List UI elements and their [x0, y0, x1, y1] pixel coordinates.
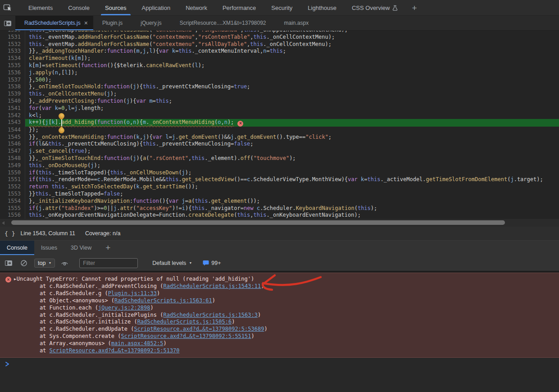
code-line[interactable]: 1547j.set_cancel(true); [0, 148, 559, 155]
line-number[interactable]: 1531 [0, 34, 25, 41]
code-line[interactable]: 1556this._onKeyboardEventNavigationDeleg… [0, 212, 559, 219]
create-live-expression-button[interactable] [59, 257, 70, 269]
console-filter-input[interactable] [79, 258, 138, 268]
line-number[interactable]: 1535 [0, 62, 25, 69]
code-line[interactable]: 1544}); [0, 127, 559, 134]
main-tab-console[interactable]: Console [60, 0, 97, 15]
stack-frame-link[interactable]: main.aspx:4852:5 [111, 340, 164, 346]
stack-frame-link[interactable]: RadSchedulerScripts.js:1563:3 [163, 312, 258, 318]
horizontal-scrollbar[interactable] [0, 219, 559, 227]
code-line[interactable]: 1540},_addPreventClosing:function(j){var… [0, 98, 559, 105]
line-number[interactable]: 1540 [0, 98, 25, 105]
clear-console-button[interactable] [18, 257, 30, 269]
file-tab-jquery-js[interactable]: jQuery.js [132, 16, 170, 30]
code-line[interactable]: 1539this._onCellContextMenu(j); [0, 91, 559, 98]
toggle-navigator-button[interactable] [0, 16, 15, 31]
more-panels-button[interactable]: + [405, 4, 423, 12]
scrollbar-thumb[interactable] [11, 220, 505, 225]
file-tab-scriptresource-xm1-t-13798092[interactable]: ScriptResource....XM1&t=13798092 [171, 16, 275, 30]
stack-frame-link[interactable]: jQuery.js:2:2898 [98, 305, 150, 311]
line-number[interactable]: 1551 [0, 176, 25, 183]
line-number[interactable]: 1541 [0, 105, 25, 112]
code-line[interactable]: 1536j.apply(n,[l]); [0, 69, 559, 77]
log-levels-select[interactable]: Default levels ▼ [152, 260, 192, 266]
console-prompt[interactable] [0, 358, 559, 367]
line-number[interactable]: 1547 [0, 148, 25, 155]
line-number[interactable]: 1530 [0, 31, 25, 34]
main-tab-security[interactable]: Security [264, 0, 300, 15]
main-tab-lighthouse[interactable]: Lighthouse [300, 0, 344, 15]
stack-frame-link[interactable]: ScriptResource.axd?d…&t=13798092:5:53689 [134, 326, 264, 332]
stack-frame-link[interactable]: Plugin.js:11:33 [108, 290, 157, 296]
javascript-context-select[interactable]: top ▼ [34, 259, 55, 268]
code-line[interactable]: 1551if(this._renderMode==c.RenderMode.Mo… [0, 176, 559, 183]
stack-frame-link[interactable]: RadSchedulerScripts.js:1563:61 [114, 297, 212, 304]
line-number[interactable]: 1532 [0, 41, 25, 48]
main-tab-css-overview[interactable]: CSS Overview [344, 0, 406, 15]
expand-triangle-icon[interactable]: ▶ [14, 276, 16, 283]
line-number[interactable]: 1549 [0, 162, 25, 169]
code-line[interactable]: 1530this._eventMap.addHandlerForClassNam… [0, 31, 559, 34]
line-number[interactable]: 1546 [0, 141, 25, 148]
code-line[interactable]: 1535k[m]=setTimeout(function(){$telerik.… [0, 62, 559, 69]
code-line[interactable]: 1541for(var k=0,l=j.length; [0, 105, 559, 112]
code-line[interactable]: 1555if(j.attr("tabIndex")>=0||j.attr("ac… [0, 205, 559, 212]
line-number[interactable]: 1544 [0, 127, 25, 134]
file-tab-main-aspx[interactable]: main.aspx [275, 16, 318, 30]
console-sidebar-button[interactable] [3, 257, 14, 269]
code-line[interactable]: 1543k++){j[k].add_hiding(function(o,n){m… [0, 119, 559, 127]
line-number[interactable]: 1556 [0, 212, 25, 219]
line-number[interactable]: 1533 [0, 48, 25, 55]
more-drawer-tabs-button[interactable]: + [98, 241, 118, 255]
main-tab-application[interactable]: Application [134, 0, 178, 15]
code-line[interactable]: 1533}},_addLongTouchHandler:function(m,j… [0, 48, 559, 55]
code-line[interactable]: 1545}},_onContextMenuHiding:function(k,j… [0, 134, 559, 141]
file-tab-plugin-js[interactable]: Plugin.js [93, 16, 132, 30]
stack-frame-link[interactable]: RadSchedulerScripts.js:1543:11 [163, 283, 261, 289]
code-line[interactable]: 1552return this._switchToSelectedDay(k.g… [0, 183, 559, 191]
drawer-tab-issues[interactable]: Issues [34, 241, 64, 255]
code-line[interactable]: 1531this._eventMap.addHandlerForClassNam… [0, 34, 559, 41]
stack-frame-link[interactable]: ScriptResource.axd?d…&t=13798092:5:55151 [121, 333, 251, 339]
pretty-print-icon[interactable]: { } [0, 230, 20, 237]
stack-frame-link[interactable]: ScriptResource.axd?d…&t=13798092:5:51370 [50, 347, 180, 354]
code-line[interactable]: 1549this._onDocMouseUp(j); [0, 162, 559, 169]
line-error-badge-icon[interactable]: × [237, 121, 243, 127]
line-number[interactable]: 1545 [0, 134, 25, 141]
code-line[interactable]: 1532this._eventMap.addHandlerForClassNam… [0, 41, 559, 48]
code-line[interactable]: 1546if(l&&this._preventCtxMenuClosing){t… [0, 141, 559, 148]
line-number[interactable]: 1548 [0, 155, 25, 162]
line-number[interactable]: 1552 [0, 183, 25, 191]
code-line[interactable]: 1538},_onTimeSlotTouchHold:function(j){t… [0, 83, 559, 91]
code-line[interactable]: 1548}},_onTimeSlotTouchEnd:function(j){a… [0, 155, 559, 162]
line-number[interactable]: 1554 [0, 198, 25, 205]
line-number[interactable]: 1542 [0, 112, 25, 119]
main-tab-sources[interactable]: Sources [97, 0, 134, 15]
drawer-tab-console[interactable]: Console [0, 241, 34, 255]
console-output[interactable]: × ▶Uncaught TypeError: Cannot read prope… [0, 273, 559, 391]
line-number[interactable]: 1543 [0, 119, 25, 127]
line-number[interactable]: 1539 [0, 91, 25, 98]
code-line[interactable]: 1553}}this._timeSlotTapped=false; [0, 191, 559, 198]
line-number[interactable]: 1553 [0, 191, 25, 198]
line-number[interactable]: 1537 [0, 77, 25, 84]
close-icon[interactable]: × [84, 20, 88, 26]
inspect-element-button[interactable] [0, 0, 15, 15]
messages-count-badge[interactable]: 99+ [203, 260, 221, 266]
stack-frame-link[interactable]: RadSchedulerScripts.js:1505:6 [137, 319, 232, 325]
file-tab-radschedulerscripts-js[interactable]: RadSchedulerScripts.js× [15, 16, 93, 30]
code-line[interactable]: 1537},500); [0, 77, 559, 84]
main-tab-performance[interactable]: Performance [215, 0, 264, 15]
drawer-tab-3d-view[interactable]: 3D View [64, 241, 98, 255]
source-editor[interactable]: 1530this._eventMap.addHandlerForClassNam… [0, 31, 559, 227]
line-number[interactable]: 1538 [0, 83, 25, 91]
code-line[interactable]: 1534clearTimeout(k[m]); [0, 55, 559, 62]
line-number[interactable]: 1550 [0, 169, 25, 177]
line-number[interactable]: 1555 [0, 205, 25, 212]
code-line[interactable]: 1554},_initializeKeyboardNavigation:func… [0, 198, 559, 205]
code-line[interactable]: 1542k<l; [0, 112, 559, 119]
line-number[interactable]: 1534 [0, 55, 25, 62]
code-line[interactable]: 1550if(this._timeSlotTapped){this._onCel… [0, 169, 559, 177]
main-tab-network[interactable]: Network [178, 0, 215, 15]
line-number[interactable]: 1536 [0, 69, 25, 77]
